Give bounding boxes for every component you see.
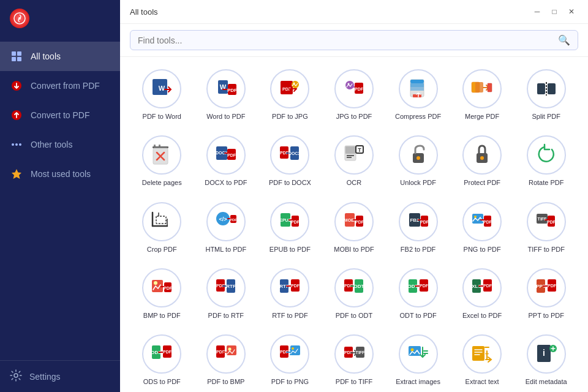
tool-label-edit-metadata: Edit metadata — [526, 377, 567, 386]
tool-label-pdf-to-png: PDF to PNG — [271, 377, 309, 386]
svg-text:T: T — [358, 147, 361, 153]
tool-item-pdf-to-bmp[interactable]: PDFPDF to BMP — [197, 331, 256, 390]
tool-item-edit-metadata[interactable]: iEdit metadata — [516, 331, 576, 390]
tool-icon-pdf-to-png: PDF — [270, 334, 309, 374]
tool-item-rtf-to-pdf[interactable]: RTFPDFRTF to PDF — [260, 265, 320, 323]
tool-item-split-pdf[interactable]: Split PDF — [516, 66, 576, 124]
close-button[interactable]: ✕ — [565, 5, 578, 18]
tool-item-excel-to-pdf[interactable]: XLSPDFExcel to PDF — [453, 265, 512, 323]
tool-icon-pdf-to-word: W — [142, 69, 181, 108]
svg-text:DOCX: DOCX — [288, 151, 301, 156]
svg-rect-2 — [12, 51, 16, 56]
tool-label-mobi-to-pdf: MOBI to PDF — [334, 245, 374, 254]
tool-item-word-to-pdf[interactable]: WPDFWord to PDF — [197, 66, 256, 124]
tool-label-compress-pdf: Compress PDF — [395, 112, 441, 121]
svg-text:PDF: PDF — [420, 220, 429, 224]
convert-to-pdf-icon — [10, 108, 23, 122]
tool-label-delete-pages: Delete pages — [142, 178, 182, 187]
tool-icon-pdf-to-rtf: PDFRTF — [206, 268, 246, 307]
sidebar-item-convert-to-pdf[interactable]: Convert to PDF — [0, 100, 120, 130]
tool-item-pdf-to-jpg[interactable]: PDFPDF to JPG — [260, 66, 320, 124]
tool-item-pdf-to-tiff[interactable]: PDFTIFFPDF to TIFF — [325, 331, 384, 390]
svg-rect-4 — [12, 57, 16, 61]
svg-point-25 — [345, 81, 354, 89]
svg-rect-3 — [17, 51, 21, 56]
tool-item-crop-pdf[interactable]: Crop PDF — [132, 198, 192, 257]
svg-rect-66 — [156, 216, 166, 224]
maximize-button[interactable]: □ — [548, 5, 561, 18]
svg-text:PDF: PDF — [291, 220, 300, 224]
tool-item-jpg-to-pdf[interactable]: PDFJPG to PDF — [325, 66, 384, 124]
tool-icon-rotate-pdf — [527, 135, 566, 175]
tool-icon-split-pdf — [527, 69, 566, 108]
tool-item-protect-pdf[interactable]: Protect PDF — [453, 132, 512, 190]
tool-item-pdf-to-rtf[interactable]: PDFRTFPDF to RTF — [197, 265, 256, 323]
tool-item-rotate-pdf[interactable]: Rotate PDF — [516, 132, 576, 190]
tool-item-png-to-pdf[interactable]: PDFPNG to PDF — [453, 198, 512, 257]
svg-text:PDF: PDF — [291, 284, 300, 288]
tool-label-protect-pdf: Protect PDF — [464, 178, 500, 187]
sidebar-item-convert-from-pdf[interactable]: Convert from PDF — [0, 71, 120, 100]
tool-icon-extract-text: T — [462, 334, 502, 374]
tool-item-bmp-to-pdf[interactable]: PDFBMP to PDF — [132, 265, 192, 323]
tool-item-ods-to-pdf[interactable]: ODSPDFODS to PDF — [132, 331, 192, 390]
tool-item-pdf-to-odt[interactable]: PDFODTPDF to ODT — [325, 265, 384, 323]
svg-point-23 — [292, 81, 299, 88]
tool-item-epub-to-pdf[interactable]: EPUBPDFEPUB to PDF — [260, 198, 320, 257]
tool-label-pdf-to-word: PDF to Word — [143, 112, 181, 121]
most-used-icon — [10, 167, 23, 181]
sidebar: All tools Convert from PDF Convert to PD… — [0, 0, 120, 392]
tool-label-odt-to-pdf: ODT to PDF — [399, 311, 436, 320]
tool-label-split-pdf: Split PDF — [532, 112, 560, 121]
tool-icon-pdf-to-odt: PDFODT — [334, 268, 374, 307]
tool-label-pdf-to-odt: PDF to ODT — [336, 311, 373, 320]
minimize-button[interactable]: ─ — [530, 5, 544, 18]
svg-text:PDF: PDF — [355, 87, 364, 91]
svg-rect-55 — [345, 146, 355, 154]
tool-icon-ppt-to-pdf: PPTPDF — [527, 268, 566, 307]
tool-item-odt-to-pdf[interactable]: ODTPDFODT to PDF — [388, 265, 448, 323]
svg-text:</>: </> — [219, 216, 227, 222]
tool-label-word-to-pdf: Word to PDF — [206, 112, 245, 121]
tool-item-pdf-to-png[interactable]: PDFPDF to PNG — [260, 331, 320, 390]
sidebar-item-all-tools[interactable]: All tools — [0, 42, 120, 71]
main-content: All tools ─ □ ✕ 🔍 WPDF to WordWPDFWord t… — [120, 0, 588, 392]
tool-label-html-to-pdf: HTML to PDF — [205, 245, 246, 254]
tool-icon-merge-pdf — [462, 69, 502, 108]
tool-label-extract-images: Extract images — [396, 377, 440, 386]
tool-icon-fb2-to-pdf: FB2PDF — [399, 202, 438, 241]
tool-item-pdf-to-word[interactable]: WPDF to Word — [132, 66, 192, 124]
tool-item-docx-to-pdf[interactable]: DOCXPDFDOCX to PDF — [197, 132, 256, 190]
tool-item-merge-pdf[interactable]: Merge PDF — [453, 66, 512, 124]
tool-item-pdf-to-docx[interactable]: PDFDOCXPDF to DOCX — [260, 132, 320, 190]
sidebar-item-other-tools[interactable]: Other tools — [0, 130, 120, 159]
tool-icon-compress-pdf — [399, 69, 438, 108]
tool-label-rtf-to-pdf: RTF to PDF — [272, 311, 307, 320]
tool-item-compress-pdf[interactable]: Compress PDF — [388, 66, 448, 124]
tool-icon-html-to-pdf: </>PDF — [206, 202, 246, 241]
tool-item-ppt-to-pdf[interactable]: PPTPDFPPT to PDF — [516, 265, 576, 323]
tool-icon-pdf-to-docx: PDFDOCX — [270, 135, 309, 175]
tool-label-rotate-pdf: Rotate PDF — [529, 178, 564, 187]
tool-item-mobi-to-pdf[interactable]: MOBIPDFMOBI to PDF — [325, 198, 384, 257]
tool-label-pdf-to-tiff: PDF to TIFF — [336, 377, 372, 386]
tool-label-crop-pdf: Crop PDF — [147, 245, 177, 254]
search-input[interactable] — [138, 36, 553, 45]
tool-item-fb2-to-pdf[interactable]: FB2PDFFB2 to PDF — [388, 198, 448, 257]
tool-label-pdf-to-jpg: PDF to JPG — [272, 112, 308, 121]
sidebar-item-most-used[interactable]: Most used tools — [0, 159, 120, 189]
settings-item[interactable]: Settings — [0, 360, 120, 392]
svg-point-138 — [410, 349, 413, 352]
tool-item-unlock-pdf[interactable]: Unlock PDF — [388, 132, 448, 190]
tool-item-extract-images[interactable]: Extract images — [388, 331, 448, 390]
tool-item-tiff-to-pdf[interactable]: TIFFPDFTIFF to PDF — [516, 198, 576, 257]
convert-from-pdf-icon — [10, 79, 23, 92]
tool-label-pdf-to-rtf: PDF to RTF — [208, 311, 244, 320]
tool-item-delete-pages[interactable]: Delete pages — [132, 132, 192, 190]
tool-item-extract-text[interactable]: TExtract text — [453, 331, 512, 390]
tool-icon-epub-to-pdf: EPUBPDF — [270, 202, 309, 241]
tool-item-ocr[interactable]: TOCR — [325, 132, 384, 190]
tool-label-merge-pdf: Merge PDF — [465, 112, 499, 121]
tool-label-fb2-to-pdf: FB2 to PDF — [401, 245, 435, 254]
tool-item-html-to-pdf[interactable]: </>PDFHTML to PDF — [197, 198, 256, 257]
